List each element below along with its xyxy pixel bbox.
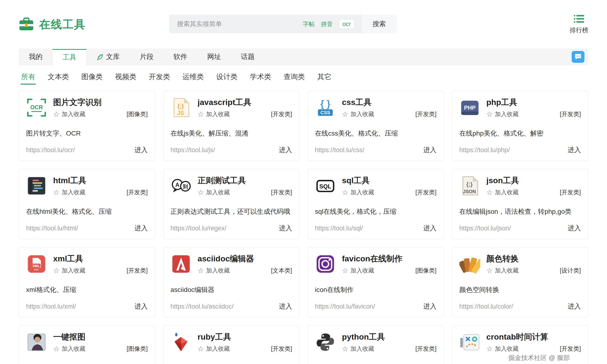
tool-title[interactable]: php工具 bbox=[486, 98, 581, 107]
tool-url[interactable]: https://tool.lu/html/ bbox=[26, 225, 78, 232]
enter-link[interactable]: 进入 bbox=[135, 224, 148, 233]
tool-title[interactable]: 正则测试工具 bbox=[198, 176, 292, 185]
tool-card[interactable]: favicon在线制作 ☆ 加入收藏 [图像类] icon在线制作 https:… bbox=[307, 247, 444, 317]
tool-card[interactable]: A到 正则测试工具 ☆ 加入收藏 [开发类] 正则表达式测试工具，还可以生成代码… bbox=[163, 169, 300, 239]
tool-card[interactable]: { }CSS css工具 ☆ 加入收藏 [开发类] 在线css美化、格式化、压缩… bbox=[307, 91, 444, 161]
tool-title[interactable]: html工具 bbox=[53, 176, 148, 185]
add-favorite-button[interactable]: ☆ 加入收藏 bbox=[342, 110, 374, 118]
enter-link[interactable]: 进入 bbox=[279, 224, 292, 233]
category-filter-7[interactable]: 学术类 bbox=[250, 72, 271, 87]
favorite-label: 加入收藏 bbox=[350, 188, 374, 196]
add-favorite-button[interactable]: ☆ 加入收藏 bbox=[53, 188, 85, 196]
add-favorite-button[interactable]: ☆ 加入收藏 bbox=[486, 345, 519, 353]
tool-card[interactable]: {;}JSON json工具 ☆ 加入收藏 [开发类] 在线编辑json，语法检… bbox=[452, 169, 589, 239]
add-favorite-button[interactable]: ☆ 加入收藏 bbox=[53, 345, 85, 353]
ruby-icon bbox=[171, 332, 192, 353]
tool-title[interactable]: sql工具 bbox=[342, 176, 437, 185]
category-filter-6[interactable]: 设计类 bbox=[216, 72, 237, 87]
tool-url[interactable]: https://tool.lu/favicon/ bbox=[315, 303, 375, 310]
category-filter-0[interactable]: 所有 bbox=[21, 72, 35, 87]
tool-url[interactable]: https://tool.lu/ocr/ bbox=[26, 146, 75, 154]
enter-link[interactable]: 进入 bbox=[568, 302, 581, 311]
add-favorite-button[interactable]: ☆ 加入收藏 bbox=[342, 345, 374, 353]
add-favorite-button[interactable]: ☆ 加入收藏 bbox=[198, 110, 230, 118]
tool-title[interactable]: ruby工具 bbox=[198, 332, 292, 341]
tool-title[interactable]: python工具 bbox=[342, 332, 437, 341]
tool-card[interactable]: ruby工具 ☆ 加入收藏 [开发类] ruby代码在线美化 bbox=[163, 325, 300, 364]
tool-card[interactable]: {;}JS javascript工具 ☆ 加入收藏 [开发类] 在线js美化、解… bbox=[163, 91, 300, 161]
category-filter-4[interactable]: 开发类 bbox=[149, 72, 170, 87]
tool-card[interactable]: html工具 ☆ 加入收藏 [开发类] 在线html美化、格式化、压缩 http… bbox=[19, 169, 155, 239]
add-favorite-button[interactable]: ☆ 加入收藏 bbox=[486, 188, 519, 196]
tool-title[interactable]: css工具 bbox=[342, 98, 437, 107]
nav-tab-5[interactable]: 网址 bbox=[197, 49, 231, 65]
nav-tab-2[interactable]: 文库 bbox=[87, 49, 130, 65]
add-favorite-button[interactable]: ☆ 加入收藏 bbox=[342, 267, 374, 274]
category-filter-5[interactable]: 运维类 bbox=[182, 72, 204, 87]
enter-link[interactable]: 进入 bbox=[423, 145, 437, 155]
tool-title[interactable]: 图片文字识别 bbox=[53, 98, 148, 107]
enter-link[interactable]: 进入 bbox=[423, 302, 437, 311]
tool-url[interactable]: https://tool.lu/asciidoc/ bbox=[171, 303, 234, 310]
tool-card[interactable]: OCR 图片文字识别 ☆ 加入收藏 [图像类] 图片转文字、OCR https:… bbox=[19, 91, 155, 161]
tool-card[interactable]: XML xml工具 ☆ 加入收藏 [开发类] xml格式化、压缩 https:/… bbox=[19, 247, 155, 317]
enter-link[interactable]: 进入 bbox=[135, 302, 148, 311]
nav-tab-0[interactable]: 我的 bbox=[19, 49, 53, 65]
tool-url[interactable]: https://tool.lu/sql/ bbox=[315, 225, 363, 232]
enter-link[interactable]: 进入 bbox=[568, 145, 581, 155]
tool-category: [图像类] bbox=[127, 110, 148, 118]
enter-link[interactable]: 进入 bbox=[279, 145, 292, 155]
add-favorite-button[interactable]: ☆ 加入收藏 bbox=[486, 110, 519, 118]
enter-link[interactable]: 进入 bbox=[135, 145, 148, 155]
search-hot-tag-2[interactable]: ocr bbox=[339, 19, 354, 29]
tool-url[interactable]: https://tool.lu/css/ bbox=[315, 146, 364, 154]
tool-title[interactable]: asciidoc编辑器 bbox=[198, 254, 292, 263]
category-filter-3[interactable]: 视频类 bbox=[115, 72, 137, 87]
tool-title[interactable]: crontab时间计算 bbox=[486, 332, 581, 341]
tool-card[interactable]: SQL sql工具 ☆ 加入收藏 [开发类] sql在线美化，格式化，压缩 ht… bbox=[307, 169, 444, 239]
add-favorite-button[interactable]: ☆ 加入收藏 bbox=[198, 188, 230, 196]
add-favorite-button[interactable]: ☆ 加入收藏 bbox=[53, 267, 85, 274]
search-input[interactable] bbox=[177, 20, 303, 28]
enter-link[interactable]: 进入 bbox=[423, 224, 437, 233]
tool-card[interactable]: 颜色转换 ☆ 加入收藏 [设计类] 颜色空间转换 https://tool.lu… bbox=[452, 247, 589, 317]
search-hot-tag-1[interactable]: 拼音 bbox=[321, 20, 333, 28]
category-filter-9[interactable]: 其它 bbox=[317, 72, 331, 87]
tool-url[interactable]: https://tool.lu/color/ bbox=[459, 303, 513, 310]
add-favorite-button[interactable]: ☆ 加入收藏 bbox=[486, 267, 519, 274]
add-favorite-button[interactable]: ☆ 加入收藏 bbox=[198, 345, 230, 353]
tool-title[interactable]: favicon在线制作 bbox=[342, 254, 437, 263]
category-filter-2[interactable]: 图像类 bbox=[81, 72, 103, 87]
site-logo[interactable]: 在线工具 bbox=[19, 17, 86, 32]
add-favorite-button[interactable]: ☆ 加入收藏 bbox=[342, 188, 374, 196]
nav-tab-6[interactable]: 话题 bbox=[231, 49, 265, 65]
search-hot-tag-0[interactable]: 字帖 bbox=[303, 20, 315, 28]
tool-title[interactable]: 颜色转换 bbox=[486, 254, 581, 263]
tool-url[interactable]: https://tool.lu/php/ bbox=[459, 146, 510, 154]
category-filter-1[interactable]: 文本类 bbox=[48, 72, 69, 87]
search-button[interactable]: 搜索 bbox=[361, 15, 397, 33]
ranking-link[interactable]: 排行榜 bbox=[570, 15, 588, 34]
tool-card[interactable]: 一键抠图 ☆ 加入收藏 [图像类] 一键去除照片背景、证件照换背景 bbox=[19, 325, 155, 364]
enter-link[interactable]: 进入 bbox=[568, 224, 581, 233]
tool-title[interactable]: javascript工具 bbox=[198, 98, 292, 107]
tool-url[interactable]: https://tool.lu/xml/ bbox=[26, 303, 76, 310]
nav-tab-3[interactable]: 片段 bbox=[130, 49, 164, 65]
tool-title[interactable]: xml工具 bbox=[53, 254, 148, 263]
chat-button[interactable] bbox=[572, 51, 584, 63]
add-favorite-button[interactable]: ☆ 加入收藏 bbox=[53, 110, 85, 118]
tool-card[interactable]: PHP php工具 ☆ 加入收藏 [开发类] 在线php美化、格式化、解密 ht… bbox=[452, 91, 589, 161]
enter-link[interactable]: 进入 bbox=[279, 302, 292, 311]
tool-title[interactable]: 一键抠图 bbox=[53, 332, 148, 341]
add-favorite-button[interactable]: ☆ 加入收藏 bbox=[198, 267, 230, 274]
tool-card[interactable]: python工具 ☆ 加入收藏 [开发类] pyc文件反编译,python美化、… bbox=[307, 325, 444, 364]
tool-card[interactable]: asciidoc编辑器 ☆ 加入收藏 [文本类] asciidoc编辑器 htt… bbox=[163, 247, 300, 317]
tool-title[interactable]: json工具 bbox=[486, 176, 581, 185]
category-filter-8[interactable]: 查询类 bbox=[284, 72, 305, 87]
nav-tab-1[interactable]: 工具 bbox=[53, 49, 87, 65]
tool-url[interactable]: https://tool.lu/regex/ bbox=[171, 225, 227, 232]
ranking-list-icon bbox=[574, 15, 584, 24]
tool-url[interactable]: https://tool.lu/json/ bbox=[459, 225, 511, 232]
tool-url[interactable]: https://tool.lu/js/ bbox=[171, 146, 215, 154]
nav-tab-4[interactable]: 软件 bbox=[164, 49, 197, 65]
